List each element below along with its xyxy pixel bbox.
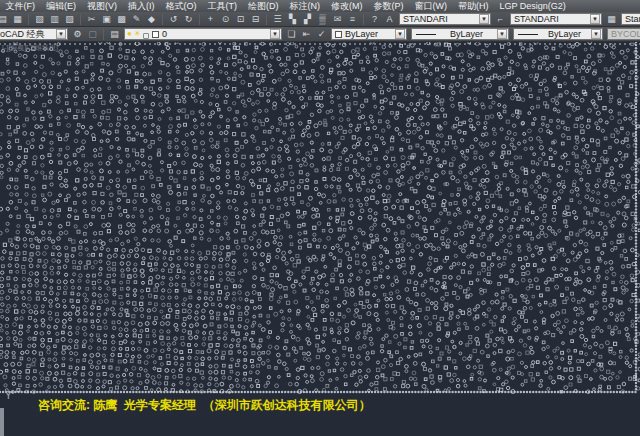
dim-style-icon[interactable]: ⌐ — [494, 13, 507, 26]
layer-color-swatch[interactable] — [152, 31, 159, 38]
zoom-realtime-icon[interactable]: ⊙ — [219, 13, 232, 26]
linetype-value: ByLayer — [436, 29, 497, 40]
open-icon[interactable]: ▤ — [0, 13, 9, 26]
styles-toolbar: ASTANDARI▼⌐STANDARI▼▦Standard▼✎Standard▼ — [382, 13, 640, 26]
color-value: ByLayer — [342, 29, 395, 40]
layers-properties-toolbar: oCAD 经典 ▼ ⚙ ▢ ▤ ● ☀ 0 ▼ ❏⇤✓ ByLayer ▼ By… — [0, 27, 640, 42]
cut-icon[interactable]: ✂ — [85, 13, 98, 26]
block-editor-icon[interactable]: ◆ — [145, 13, 158, 26]
sheetset-manager-icon[interactable]: ▒ — [316, 13, 329, 26]
menu-item-8[interactable]: 修改(M) — [326, 0, 369, 12]
autocad-window: 文件(F)编辑(E)视图(V)插入(I)格式(O)工具(T)绘图(D)标注(N)… — [0, 0, 640, 436]
toolbar-separator — [103, 29, 104, 40]
combo-value: Standard — [622, 14, 640, 25]
chevron-down-icon: ▼ — [479, 14, 489, 24]
zoom-window-icon[interactable]: ⊡ — [234, 13, 247, 26]
table-style-icon[interactable]: ▦ — [605, 13, 618, 26]
plot-style-value: BYCOLOR — [608, 29, 640, 40]
chevron-down-icon: ▼ — [56, 29, 66, 39]
toolbar-separator — [266, 14, 267, 25]
markup-icon[interactable]: ✉ — [331, 13, 344, 26]
ucs-y-axis-bar — [0, 408, 4, 436]
menu-item-12[interactable]: LGP Design(G2) — [494, 0, 571, 12]
workspace-window-icon[interactable]: ▢ — [86, 28, 99, 41]
color-control-dropdown[interactable]: ByLayer ▼ — [331, 28, 407, 40]
table-style-dropdown[interactable]: Standard▼ — [621, 13, 640, 25]
menu-item-1[interactable]: 编辑(E) — [41, 0, 82, 12]
layer-lock-icon[interactable] — [143, 33, 149, 39]
menu-item-10[interactable]: 窗口(W) — [409, 0, 453, 12]
copy-icon[interactable]: ▣ — [100, 13, 113, 26]
current-layer-name: 0 — [159, 29, 270, 40]
menu-item-5[interactable]: 工具(T) — [202, 0, 243, 12]
standard-toolbar-icons: ▤▦▧▥▨✂▣▩✎◆↺↻+⊙⊡⊟☰▚▞▒✉≡? — [0, 13, 382, 26]
contact-line1: 咨询交流: 陈鹰 光学专案经理 （深圳市跃创达科技有限公司） — [38, 396, 378, 414]
layer-on-bulb-icon[interactable]: ● — [127, 28, 132, 40]
plot-preview-icon[interactable]: ▥ — [48, 13, 61, 26]
properties-icon[interactable]: ☰ — [271, 13, 284, 26]
menu-item-3[interactable]: 插入(I) — [123, 0, 161, 12]
chevron-down-icon: ▼ — [590, 14, 600, 24]
contact-overlay-text: 咨询交流: 陈鹰 光学专案经理 （深圳市跃创达科技有限公司） 134306722… — [38, 396, 378, 436]
layer-previous-icon[interactable]: ⇤ — [300, 28, 313, 41]
menu-item-0[interactable]: 文件(F) — [0, 0, 41, 12]
toolbar-separator — [28, 14, 29, 25]
menu-item-2[interactable]: 视图(V) — [82, 0, 123, 12]
menu-item-11[interactable]: 帮助(H) — [453, 0, 495, 12]
help-icon[interactable]: ? — [368, 13, 381, 26]
menu-item-4[interactable]: 格式(O) — [160, 0, 202, 12]
redo-icon[interactable]: ↻ — [182, 13, 195, 26]
toolbar-separator — [80, 14, 81, 25]
lineweight-value: ByLayer — [538, 29, 591, 40]
match-properties-icon[interactable]: ✎ — [130, 13, 143, 26]
layer-states-icon[interactable]: ✓ — [315, 28, 328, 41]
undo-icon[interactable]: ↺ — [167, 13, 180, 26]
chevron-down-icon: ▼ — [270, 29, 280, 39]
drawing-canvas[interactable]: [-][俯视][二维线框] Y 咨询交流: 陈鹰 光学专案经理 （深圳市跃创达科… — [0, 42, 640, 436]
dim-style-dropdown[interactable]: STANDARI▼ — [510, 13, 602, 25]
save-icon[interactable]: ▦ — [11, 13, 24, 26]
layer-properties-manager-icon[interactable]: ▤ — [108, 28, 121, 41]
layer-tools: ❏⇤✓ — [284, 28, 329, 41]
plot-style-dropdown: BYCOLOR ▼ — [607, 28, 640, 40]
linetype-control-dropdown[interactable]: ByLayer ▼ — [411, 28, 509, 40]
layer-dropdown[interactable]: ● ☀ 0 ▼ — [124, 28, 282, 40]
toolbar-separator — [363, 14, 364, 25]
menu-item-9[interactable]: 参数(P) — [368, 0, 409, 12]
text-style-icon[interactable]: A — [383, 13, 396, 26]
lineweight-control-dropdown[interactable]: ByLayer ▼ — [513, 28, 603, 40]
color-bylayer-swatch — [335, 31, 342, 38]
menu-item-6[interactable]: 绘图(D) — [243, 0, 285, 12]
make-object-layer-current-icon[interactable]: ❏ — [285, 28, 298, 41]
menu-bar: 文件(F)编辑(E)视图(V)插入(I)格式(O)工具(T)绘图(D)标注(N)… — [0, 0, 640, 12]
toolbar-separator — [199, 14, 200, 25]
ucs-y-axis-label: Y — [5, 390, 12, 401]
zoom-previous-icon[interactable]: ⊟ — [249, 13, 262, 26]
combo-value: STANDARI — [511, 14, 590, 25]
chevron-down-icon: ▼ — [497, 29, 507, 39]
toolbar-separator — [162, 14, 163, 25]
menu-item-7[interactable]: 标注(N) — [284, 0, 326, 12]
paste-icon[interactable]: ▩ — [115, 13, 128, 26]
linetype-sample-icon — [416, 34, 436, 35]
toolpalettes-icon[interactable]: ▞ — [301, 13, 314, 26]
pan-icon[interactable]: + — [204, 13, 217, 26]
chevron-down-icon: ▼ — [395, 29, 405, 39]
plot-icon[interactable]: ▧ — [33, 13, 46, 26]
viewport-controls-label[interactable]: [-][俯视][二维线框] — [2, 43, 58, 53]
lgp-dot-pattern — [0, 42, 640, 436]
standard-toolbar: ▤▦▧▥▨✂▣▩✎◆↺↻+⊙⊡⊟☰▚▞▒✉≡? ASTANDARI▼⌐STAND… — [0, 12, 640, 27]
workspace-dropdown[interactable]: oCAD 经典 ▼ — [0, 28, 68, 40]
layer-freeze-sun-icon[interactable]: ☀ — [134, 28, 141, 40]
text-style-dropdown[interactable]: STANDARI▼ — [399, 13, 491, 25]
publish-icon[interactable]: ▨ — [63, 13, 76, 26]
workspace-value: oCAD 经典 — [0, 29, 56, 40]
contact-line2: 13430672236QQ:569192379ycd_chen@126.com — [38, 414, 378, 436]
chevron-down-icon: ▼ — [591, 29, 601, 39]
lineweight-sample-icon — [518, 34, 538, 35]
quickcalc-icon[interactable]: ≡ — [346, 13, 359, 26]
workspace-settings-gear-icon[interactable]: ⚙ — [71, 28, 84, 41]
combo-value: STANDARI — [400, 14, 479, 25]
designcenter-icon[interactable]: ▚ — [286, 13, 299, 26]
